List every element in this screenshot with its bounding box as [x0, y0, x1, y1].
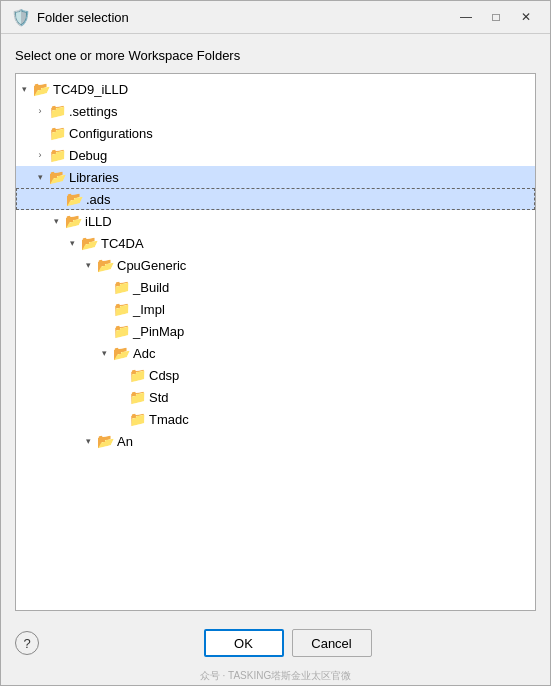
expand-icon	[96, 323, 112, 339]
folder-icon: 📁	[48, 103, 66, 119]
folder-icon: 📂	[32, 81, 50, 97]
folder-icon: 📁	[48, 147, 66, 163]
tree-item[interactable]: 📁Tmadc	[16, 408, 535, 430]
help-button[interactable]: ?	[15, 631, 39, 655]
tree-item[interactable]: ▾📂TC4DA	[16, 232, 535, 254]
expand-icon[interactable]: ›	[32, 103, 48, 119]
tree-item-label: Debug	[69, 148, 107, 163]
expand-icon[interactable]: ▾	[64, 235, 80, 251]
maximize-button[interactable]: □	[482, 7, 510, 27]
dialog-title: Folder selection	[37, 10, 452, 25]
tree-item-label: _Impl	[133, 302, 165, 317]
tree-item-label: Std	[149, 390, 169, 405]
tree-item[interactable]: 📁_PinMap	[16, 320, 535, 342]
tree-item[interactable]: ▾📂CpuGeneric	[16, 254, 535, 276]
close-button[interactable]: ✕	[512, 7, 540, 27]
subtitle-text: Select one or more Workspace Folders	[15, 48, 536, 63]
folder-tree-container[interactable]: ▾📂TC4D9_iLLD›📁.settings📁Configurations›📁…	[15, 73, 536, 611]
tree-item-label: .ads	[86, 192, 111, 207]
tree-item-label: Libraries	[69, 170, 119, 185]
tree-item[interactable]: ▾📂Libraries	[16, 166, 535, 188]
tree-item[interactable]: 📁Cdsp	[16, 364, 535, 386]
tree-item-label: Adc	[133, 346, 155, 361]
tree-item[interactable]: ›📁Debug	[16, 144, 535, 166]
cancel-button[interactable]: Cancel	[292, 629, 372, 657]
folder-icon: 📂	[96, 257, 114, 273]
folder-selection-dialog: 🛡️ Folder selection — □ ✕ Select one or …	[0, 0, 551, 686]
expand-icon	[112, 411, 128, 427]
tree-item[interactable]: 📁_Impl	[16, 298, 535, 320]
expand-icon[interactable]: ›	[32, 147, 48, 163]
expand-icon	[96, 301, 112, 317]
folder-icon: 📁	[128, 389, 146, 405]
folder-icon: 📁	[112, 301, 130, 317]
tree-item-label: Tmadc	[149, 412, 189, 427]
dialog-footer: ? OK Cancel	[1, 621, 550, 669]
dialog-icon: 🛡️	[11, 7, 31, 27]
folder-icon: 📁	[128, 367, 146, 383]
folder-icon: 📂	[80, 235, 98, 251]
folder-icon: 📂	[64, 213, 82, 229]
expand-icon[interactable]: ▾	[16, 81, 32, 97]
tree-item-label: _PinMap	[133, 324, 184, 339]
expand-icon[interactable]: ▾	[80, 257, 96, 273]
tree-item-label: An	[117, 434, 133, 449]
ok-button[interactable]: OK	[204, 629, 284, 657]
tree-item-label: Configurations	[69, 126, 153, 141]
tree-item-label: Cdsp	[149, 368, 179, 383]
tree-item-label: iLLD	[85, 214, 112, 229]
tree-item[interactable]: ▾📂TC4D9_iLLD	[16, 78, 535, 100]
window-controls: — □ ✕	[452, 7, 540, 27]
expand-icon[interactable]: ▾	[96, 345, 112, 361]
watermark-text: 众号 · TASKING塔斯金业太区官微	[1, 669, 550, 685]
expand-icon	[96, 279, 112, 295]
tree-item[interactable]: ▾📂iLLD	[16, 210, 535, 232]
folder-icon: 📁	[48, 125, 66, 141]
expand-icon[interactable]: ▾	[80, 433, 96, 449]
tree-item[interactable]: 📁_Build	[16, 276, 535, 298]
expand-icon[interactable]: ▾	[48, 213, 64, 229]
expand-icon	[32, 125, 48, 141]
expand-icon	[49, 191, 65, 207]
tree-item[interactable]: 📁Configurations	[16, 122, 535, 144]
folder-icon: 📂	[65, 191, 83, 207]
tree-item-label: .settings	[69, 104, 117, 119]
tree-item-label: _Build	[133, 280, 169, 295]
footer-button-group: OK Cancel	[39, 629, 536, 657]
title-bar: 🛡️ Folder selection — □ ✕	[1, 1, 550, 34]
expand-icon	[112, 367, 128, 383]
tree-item-label: TC4DA	[101, 236, 144, 251]
folder-icon: 📁	[128, 411, 146, 427]
folder-icon: 📁	[112, 279, 130, 295]
folder-icon: 📂	[96, 433, 114, 449]
folder-icon: 📁	[112, 323, 130, 339]
tree-item[interactable]: ▾📂Adc	[16, 342, 535, 364]
tree-item-label: CpuGeneric	[117, 258, 186, 273]
minimize-button[interactable]: —	[452, 7, 480, 27]
folder-tree: ▾📂TC4D9_iLLD›📁.settings📁Configurations›📁…	[16, 74, 535, 456]
tree-item[interactable]: ▾📂An	[16, 430, 535, 452]
expand-icon	[112, 389, 128, 405]
folder-icon: 📂	[48, 169, 66, 185]
folder-icon: 📂	[112, 345, 130, 361]
tree-item[interactable]: ›📁.settings	[16, 100, 535, 122]
tree-item[interactable]: 📂.ads	[16, 188, 535, 210]
expand-icon[interactable]: ▾	[32, 169, 48, 185]
dialog-content: Select one or more Workspace Folders ▾📂T…	[1, 34, 550, 621]
tree-item-label: TC4D9_iLLD	[53, 82, 128, 97]
tree-item[interactable]: 📁Std	[16, 386, 535, 408]
